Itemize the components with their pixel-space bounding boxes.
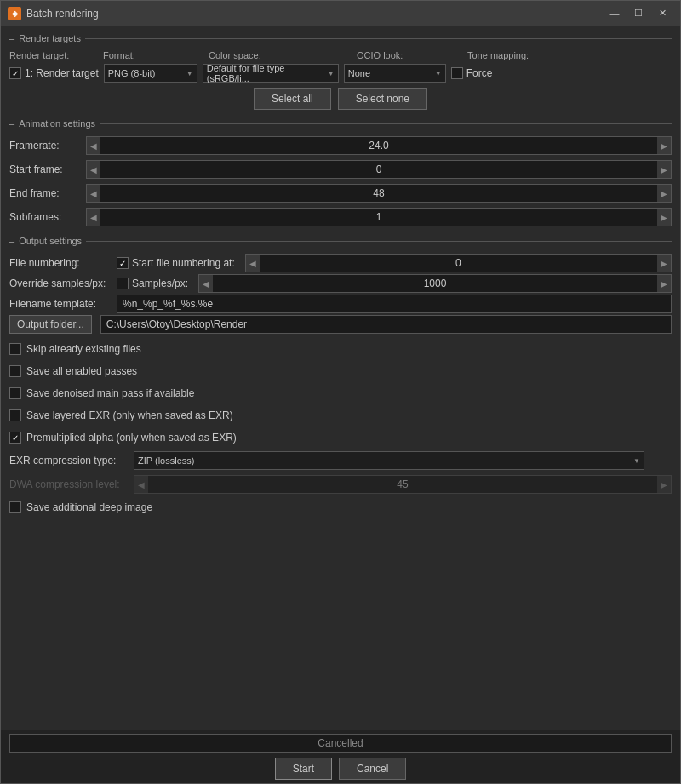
header-ocio-look: OCIO look: bbox=[357, 50, 467, 60]
start-frame-value: 0 bbox=[100, 163, 657, 175]
save-passes-checkbox[interactable] bbox=[9, 365, 21, 377]
end-frame-decrement[interactable]: ◀ bbox=[87, 185, 100, 202]
start-numbering-decrement[interactable]: ◀ bbox=[246, 255, 260, 272]
framerate-increment[interactable]: ▶ bbox=[657, 137, 671, 154]
minimize-button[interactable]: — bbox=[604, 4, 626, 23]
output-folder-row: Output folder... bbox=[9, 314, 672, 335]
samples-label: Samples/px: bbox=[132, 278, 188, 289]
save-deep-checkbox[interactable] bbox=[9, 501, 21, 513]
override-samples-checkbox-container[interactable]: Samples/px: bbox=[117, 278, 188, 289]
render-targets-section: Render targets Render target: Format: Co… bbox=[9, 33, 672, 110]
progress-bar: Cancelled bbox=[9, 734, 672, 753]
force-checkbox[interactable] bbox=[451, 67, 463, 79]
override-samples-label: Override samples/px: bbox=[9, 278, 112, 289]
subframes-increment[interactable]: ▶ bbox=[657, 209, 671, 226]
subframes-decrement[interactable]: ◀ bbox=[87, 209, 100, 226]
force-row: Force bbox=[451, 67, 493, 79]
dwa-increment: ▶ bbox=[657, 476, 671, 493]
start-frame-decrement[interactable]: ◀ bbox=[87, 161, 100, 178]
render-target-row: 1: Render target PNG (8-bit) ▼ Default f… bbox=[9, 64, 672, 83]
subframes-slider[interactable]: ◀ 1 ▶ bbox=[86, 208, 672, 226]
output-folder-input[interactable] bbox=[100, 315, 672, 334]
save-layered-row: Save layered EXR (only when saved as EXR… bbox=[9, 406, 672, 425]
close-button[interactable]: ✕ bbox=[651, 4, 673, 23]
save-denoised-label: Save denoised main pass if available bbox=[26, 387, 194, 399]
start-numbering-label: Start file numbering at: bbox=[132, 257, 235, 269]
header-render-target: Render target: bbox=[9, 50, 77, 60]
colorspace-dropdown[interactable]: Default for file type (sRGB/li... ▼ bbox=[203, 64, 339, 83]
start-numbering-increment[interactable]: ▶ bbox=[657, 255, 671, 272]
bottom-bar: Cancelled Start Cancel bbox=[1, 730, 680, 783]
filename-template-input[interactable] bbox=[117, 295, 672, 313]
main-content: Render targets Render target: Format: Co… bbox=[1, 26, 680, 730]
save-layered-checkbox[interactable] bbox=[9, 409, 21, 421]
dwa-compression-row: DWA compression level: ◀ 45 ▶ bbox=[9, 474, 672, 495]
filename-template-label: Filename template: bbox=[9, 298, 112, 310]
framerate-slider[interactable]: ◀ 24.0 ▶ bbox=[86, 136, 672, 155]
start-button[interactable]: Start bbox=[275, 758, 332, 780]
save-passes-label: Save all enabled passes bbox=[26, 365, 137, 377]
output-settings-header: Output settings bbox=[9, 236, 672, 246]
header-tone-mapping: Tone mapping: bbox=[467, 50, 529, 60]
status-text: Cancelled bbox=[318, 737, 363, 749]
title-bar: ◈ Batch rendering — ☐ ✕ bbox=[1, 1, 680, 26]
header-format: Format: bbox=[103, 50, 205, 60]
render-target-checkbox-container[interactable]: 1: Render target bbox=[9, 67, 99, 79]
ocio-dropdown-arrow: ▼ bbox=[435, 70, 442, 77]
samples-value: 1000 bbox=[213, 278, 657, 289]
exr-compression-dropdown[interactable]: ZIP (lossless) ▼ bbox=[134, 451, 644, 470]
format-dropdown[interactable]: PNG (8-bit) ▼ bbox=[104, 64, 197, 83]
start-frame-label: Start frame: bbox=[9, 163, 86, 175]
framerate-value: 24.0 bbox=[100, 140, 657, 152]
output-settings-section: Output settings File numbering: Start fi… bbox=[9, 236, 672, 517]
exr-compression-row: EXR compression type: ZIP (lossless) ▼ bbox=[9, 450, 672, 471]
dwa-compression-value: 45 bbox=[148, 478, 657, 490]
skip-existing-row: Skip already existing files bbox=[9, 340, 672, 358]
framerate-row: Framerate: ◀ 24.0 ▶ bbox=[9, 135, 672, 156]
colorspace-dropdown-arrow: ▼ bbox=[328, 70, 335, 77]
maximize-button[interactable]: ☐ bbox=[627, 4, 650, 23]
save-passes-row: Save all enabled passes bbox=[9, 362, 672, 381]
render-targets-header: Render targets bbox=[9, 33, 672, 43]
start-frame-slider[interactable]: ◀ 0 ▶ bbox=[86, 160, 672, 179]
render-target-label: 1: Render target bbox=[25, 67, 99, 79]
end-frame-slider[interactable]: ◀ 48 ▶ bbox=[86, 184, 672, 203]
render-target-checkbox[interactable] bbox=[9, 67, 21, 79]
file-numbering-row: File numbering: Start file numbering at:… bbox=[9, 253, 672, 273]
animation-settings-section: Animation settings Framerate: ◀ 24.0 ▶ S… bbox=[9, 118, 672, 227]
save-layered-label: Save layered EXR (only when saved as EXR… bbox=[26, 409, 233, 421]
samples-slider[interactable]: ◀ 1000 ▶ bbox=[198, 274, 672, 293]
end-frame-increment[interactable]: ▶ bbox=[657, 185, 671, 202]
output-folder-button[interactable]: Output folder... bbox=[9, 315, 92, 334]
framerate-decrement[interactable]: ◀ bbox=[87, 137, 100, 154]
select-all-button[interactable]: Select all bbox=[254, 88, 331, 110]
ocio-dropdown[interactable]: None ▼ bbox=[344, 64, 446, 83]
exr-compression-dropdown-arrow: ▼ bbox=[633, 457, 640, 465]
premultiplied-row: Premultiplied alpha (only when saved as … bbox=[9, 428, 672, 447]
start-numbering-value: 0 bbox=[260, 257, 657, 269]
start-frame-increment[interactable]: ▶ bbox=[657, 161, 671, 178]
premultiplied-label: Premultiplied alpha (only when saved as … bbox=[26, 432, 237, 444]
end-frame-value: 48 bbox=[100, 187, 657, 199]
override-samples-row: Override samples/px: Samples/px: ◀ 1000 … bbox=[9, 273, 672, 294]
framerate-label: Framerate: bbox=[9, 140, 86, 152]
subframes-value: 1 bbox=[100, 211, 657, 223]
skip-existing-label: Skip already existing files bbox=[26, 343, 141, 355]
filename-template-row: Filename template: bbox=[9, 294, 672, 314]
exr-compression-label: EXR compression type: bbox=[9, 455, 129, 466]
select-none-button[interactable]: Select none bbox=[338, 88, 427, 110]
file-numbering-checkbox-container[interactable]: Start file numbering at: bbox=[117, 257, 235, 269]
save-denoised-checkbox[interactable] bbox=[9, 387, 21, 399]
override-samples-checkbox[interactable] bbox=[117, 278, 129, 289]
start-numbering-slider[interactable]: ◀ 0 ▶ bbox=[245, 254, 672, 272]
dwa-compression-label: DWA compression level: bbox=[9, 478, 129, 490]
animation-settings-header: Animation settings bbox=[9, 118, 672, 129]
force-label: Force bbox=[466, 67, 493, 79]
file-numbering-checkbox[interactable] bbox=[117, 257, 129, 269]
samples-increment[interactable]: ▶ bbox=[657, 275, 671, 292]
skip-existing-checkbox[interactable] bbox=[9, 343, 21, 355]
cancel-button[interactable]: Cancel bbox=[339, 758, 406, 780]
samples-decrement[interactable]: ◀ bbox=[199, 275, 213, 292]
window-controls: — ☐ ✕ bbox=[604, 4, 673, 23]
premultiplied-checkbox[interactable] bbox=[9, 432, 21, 444]
